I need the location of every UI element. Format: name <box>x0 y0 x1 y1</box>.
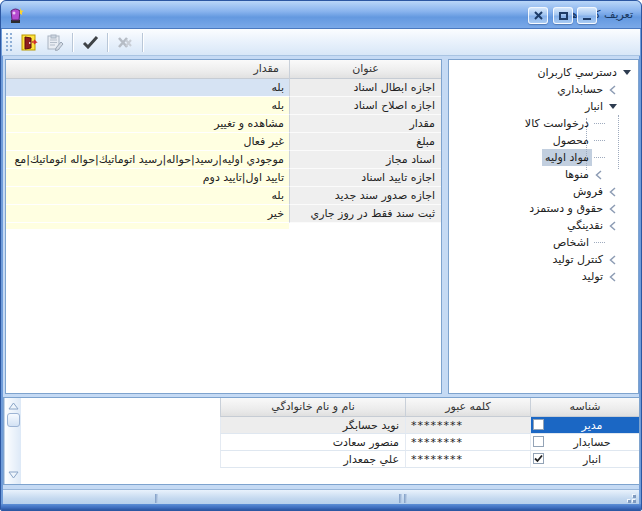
resize-grip-icon[interactable] <box>624 491 636 503</box>
column-header-name[interactable]: نام و نام خانوادگي <box>220 398 405 417</box>
setting-title-cell[interactable]: اجازه صدور سند جديد <box>289 187 441 205</box>
setting-value-cell[interactable]: بله <box>6 97 289 115</box>
tree-item[interactable]: كنترل توليد <box>449 251 638 268</box>
setting-value-cell[interactable]: تاييد اول|تاييد دوم <box>6 169 289 187</box>
setting-title-cell[interactable]: اسناد مجاز <box>289 151 441 169</box>
tree-collapsed-icon[interactable] <box>606 85 619 95</box>
settings-row[interactable]: ثبت سند فقط در روز جاريخير <box>6 205 441 223</box>
tree-item-label[interactable]: دسترسي كاربران <box>534 64 620 81</box>
tree-item[interactable]: مواد اوليه <box>449 149 638 166</box>
tree-item[interactable]: دسترسي كاربران <box>449 64 638 81</box>
toolbar-grip[interactable] <box>6 33 12 51</box>
users-scrollbar[interactable] <box>4 398 21 484</box>
tree-item[interactable]: حقوق و دستمزد <box>449 200 638 217</box>
tree-item-label[interactable]: فروش <box>570 183 606 200</box>
checkbox-unchecked[interactable] <box>533 419 544 430</box>
tree-item-label[interactable]: درخواست كالا <box>522 115 592 132</box>
user-row[interactable]: حسابدار********منصور سعادت <box>220 434 639 451</box>
user-row[interactable]: انبار********علي جمعدار <box>220 451 639 468</box>
tree-collapsed-icon[interactable] <box>606 204 619 214</box>
paste-edit-icon <box>46 34 64 51</box>
settings-row[interactable]: اسناد مجازموجودي اوليه|رسيد|حواله|رسيد ا… <box>6 151 441 169</box>
setting-value-cell[interactable]: غير فعال <box>6 133 289 151</box>
checkbox-checked[interactable] <box>533 453 544 464</box>
user-id-label: مدير <box>582 419 603 432</box>
column-header-password[interactable]: كلمه عبور <box>405 398 530 417</box>
tree-item[interactable]: نقدينگي <box>449 217 638 234</box>
user-password-cell[interactable]: ******** <box>405 434 530 451</box>
maximize-button[interactable] <box>553 7 573 24</box>
tree-item[interactable]: درخواست كالا <box>449 115 638 132</box>
splitter-handle[interactable] <box>404 494 407 503</box>
scroll-up-icon[interactable] <box>8 402 19 410</box>
delete-button[interactable] <box>113 31 137 54</box>
user-id-cell[interactable]: حسابدار <box>530 434 639 451</box>
settings-row[interactable]: مبلغغير فعال <box>6 133 441 151</box>
settings-row[interactable]: مقدارمشاهده و تغيير <box>6 115 441 133</box>
tree-item[interactable]: حسابداري <box>449 81 638 98</box>
app-icon[interactable] <box>7 6 24 24</box>
exit-door-button[interactable] <box>17 31 41 54</box>
settings-row[interactable]: اجازه تاييد اسنادتاييد اول|تاييد دوم <box>6 169 441 187</box>
tree-item-label[interactable]: انبار <box>582 98 606 115</box>
column-header-value[interactable]: مقدار <box>6 60 289 79</box>
tree-expanded-icon[interactable] <box>620 70 633 75</box>
tree-guide-line <box>618 115 619 169</box>
tree-expanded-icon[interactable] <box>606 104 619 109</box>
setting-value-cell[interactable]: بله <box>6 79 289 97</box>
tree-collapsed-icon[interactable] <box>606 272 619 282</box>
settings-row[interactable]: اجازه ابطال اسنادبله <box>6 79 441 97</box>
tree-collapsed-icon[interactable] <box>592 170 605 180</box>
user-id-cell[interactable]: انبار <box>530 451 639 468</box>
close-button[interactable] <box>528 7 548 24</box>
user-name-cell[interactable]: نويد حسابگر <box>220 417 405 434</box>
user-password-cell[interactable]: ******** <box>405 451 530 468</box>
confirm-button[interactable] <box>78 31 102 54</box>
column-header-title[interactable]: عنوان <box>289 60 441 79</box>
tree-item[interactable]: فروش <box>449 183 638 200</box>
tree-item[interactable]: اشخاص <box>449 234 638 251</box>
setting-title-cell[interactable]: اجازه ابطال اسناد <box>289 79 441 97</box>
minimize-button[interactable] <box>577 7 597 24</box>
settings-row[interactable]: اجازه اصلاح اسنادبله <box>6 97 441 115</box>
setting-value-cell[interactable]: بله <box>6 187 289 205</box>
user-name-cell[interactable]: علي جمعدار <box>220 451 405 468</box>
scroll-down-icon[interactable] <box>8 471 19 479</box>
splitter-handle[interactable] <box>399 494 402 503</box>
tree-item-label[interactable]: حقوق و دستمزد <box>526 200 606 217</box>
tree-item[interactable]: محصول <box>449 132 638 149</box>
tree-item-label[interactable]: حسابداري <box>554 81 606 98</box>
tree-collapsed-icon[interactable] <box>606 255 619 265</box>
setting-value-cell[interactable]: خير <box>6 205 289 223</box>
setting-value-cell[interactable]: مشاهده و تغيير <box>6 115 289 133</box>
setting-title-cell[interactable]: ثبت سند فقط در روز جاري <box>289 205 441 223</box>
tree-collapsed-icon[interactable] <box>606 187 619 197</box>
splitter-handle[interactable] <box>155 494 158 503</box>
tree-collapsed-icon[interactable] <box>606 221 619 231</box>
setting-title-cell[interactable]: مقدار <box>289 115 441 133</box>
scrollbar-thumb[interactable] <box>7 413 20 427</box>
tree-item-label[interactable]: منوها <box>562 166 592 183</box>
setting-title-cell[interactable]: مبلغ <box>289 133 441 151</box>
user-row[interactable]: مدير********نويد حسابگر <box>220 417 639 434</box>
tree-item[interactable]: منوها <box>449 166 638 183</box>
tree-item-label[interactable]: كنترل توليد <box>549 251 606 268</box>
column-header-id[interactable]: شناسه <box>530 398 639 417</box>
user-name-cell[interactable]: منصور سعادت <box>220 434 405 451</box>
tree-item-label[interactable]: مواد اوليه <box>542 149 592 166</box>
settings-row[interactable]: اجازه صدور سند جديدبله <box>6 187 441 205</box>
tree-item-label[interactable]: توليد <box>579 268 606 285</box>
setting-title-cell[interactable]: اجازه تاييد اسناد <box>289 169 441 187</box>
tree-item[interactable]: انبار <box>449 98 638 115</box>
settings-grid-body: اجازه ابطال اسنادبلهاجازه اصلاح اسنادبله… <box>6 79 441 223</box>
user-password-cell[interactable]: ******** <box>405 417 530 434</box>
double-x-icon <box>117 36 133 49</box>
tree-item-label[interactable]: نقدينگي <box>564 217 606 234</box>
tree-item-label[interactable]: اشخاص <box>550 234 592 251</box>
checkbox-unchecked[interactable] <box>533 436 544 447</box>
setting-value-cell[interactable]: موجودي اوليه|رسيد|حواله|رسيد اتوماتيك|حو… <box>6 151 289 169</box>
tree-item[interactable]: توليد <box>449 268 638 285</box>
setting-title-cell[interactable]: اجازه اصلاح اسناد <box>289 97 441 115</box>
user-id-cell[interactable]: مدير <box>530 417 639 434</box>
paste-edit-button[interactable] <box>43 31 67 54</box>
